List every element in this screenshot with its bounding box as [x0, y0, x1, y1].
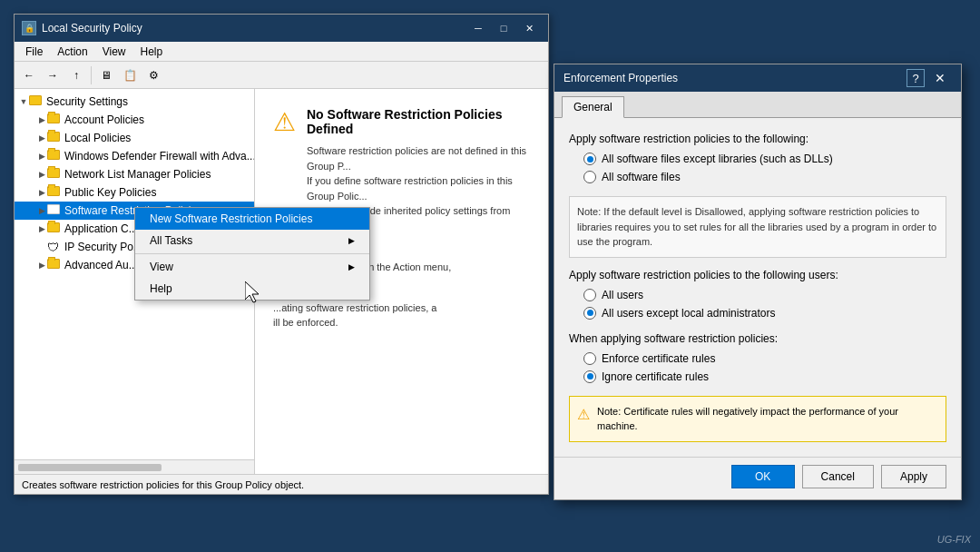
- radio-label-3: All users: [602, 289, 643, 301]
- ctx-new-restriction[interactable]: New Software Restriction Policies: [135, 208, 369, 230]
- ctx-label-tasks: All Tasks: [150, 234, 192, 247]
- apply-button[interactable]: Apply: [881, 465, 946, 488]
- tree-label-account-policies: Account Policies: [64, 113, 144, 126]
- warning-text-3: ...ating software restriction policies, …: [273, 301, 530, 330]
- radio-enforce-certs[interactable]: Enforce certificate rules: [569, 352, 946, 365]
- close-button[interactable]: ✕: [517, 19, 541, 37]
- folder-icon: [47, 113, 62, 126]
- radio-ignore-certs[interactable]: Ignore certificate rules: [569, 370, 946, 383]
- show-hide-button[interactable]: 🖥: [95, 64, 117, 86]
- expand-icon: ▼: [18, 96, 29, 107]
- ctx-view[interactable]: View ▶: [135, 256, 369, 278]
- dialog-close-button[interactable]: ✕: [928, 69, 952, 87]
- note-box-1: Note: If the default level is Disallowed…: [569, 196, 946, 258]
- back-button[interactable]: ←: [18, 64, 40, 86]
- radio-all-users[interactable]: All users: [569, 289, 946, 301]
- submenu-arrow: ▶: [348, 236, 355, 245]
- expand-icon: ▶: [36, 151, 47, 162]
- radio-circle-1: [583, 153, 596, 165]
- warning-note-icon: ⚠: [577, 404, 590, 426]
- radio-label-4: All users except local administrators: [602, 307, 775, 320]
- section-users-label: Apply software restriction policies to t…: [569, 269, 946, 281]
- tree-scrollbar[interactable]: [15, 459, 254, 474]
- ctx-all-tasks[interactable]: All Tasks ▶: [135, 230, 369, 251]
- shield-icon: 🛡: [47, 241, 62, 253]
- dialog-footer: OK Cancel Apply: [554, 457, 961, 499]
- ctx-separator: [135, 253, 369, 254]
- cancel-button[interactable]: Cancel: [802, 465, 874, 488]
- app-icon: 🔒: [22, 21, 36, 35]
- tree-item-security-settings[interactable]: ▼ Security Settings: [15, 93, 254, 111]
- tab-general[interactable]: General: [562, 96, 624, 118]
- settings-button[interactable]: ⚙: [142, 64, 164, 86]
- section-users: Apply software restriction policies to t…: [569, 269, 946, 320]
- section-files-label: Apply software restriction policies to t…: [569, 133, 946, 145]
- properties-button[interactable]: 📋: [119, 64, 141, 86]
- dialog-help-button[interactable]: ?: [906, 69, 925, 87]
- ctx-label-help: Help: [150, 282, 172, 295]
- radio-circle-2: [583, 171, 596, 183]
- expand-icon: ▶: [36, 169, 47, 180]
- menu-bar: File Action View Help: [15, 42, 548, 62]
- expand-icon: ▶: [36, 187, 47, 198]
- tree-item-local-policies[interactable]: ▶ Local Policies: [15, 129, 254, 147]
- dialog-tabs: General: [554, 92, 961, 118]
- tree-item-account-policies[interactable]: ▶ Account Policies: [15, 111, 254, 129]
- cert-warning-note: ⚠ Note: Certificate rules will negativel…: [569, 396, 946, 442]
- tree-label-network-list: Network List Manager Policies: [64, 168, 211, 181]
- expand-icon: ▶: [36, 260, 47, 271]
- radio-circle-4: [583, 307, 596, 320]
- status-text: Creates software restriction policies fo…: [22, 479, 304, 490]
- toolbar: ← → ↑ 🖥 📋 ⚙: [15, 62, 548, 89]
- ctx-help[interactable]: Help: [135, 278, 369, 300]
- section-certs-label: When applying software restriction polic…: [569, 332, 946, 345]
- radio-label-5: Enforce certificate rules: [602, 352, 715, 365]
- note-text-1: Note: If the default level is Disallowed…: [577, 206, 936, 247]
- maximize-button[interactable]: □: [492, 19, 515, 37]
- window-controls: ─ □ ✕: [466, 19, 541, 37]
- minimize-button[interactable]: ─: [466, 19, 490, 37]
- dialog-body: Apply software restriction policies to t…: [554, 118, 961, 457]
- up-button[interactable]: ↑: [65, 64, 87, 86]
- folder-icon: [47, 132, 62, 144]
- folder-icon: [47, 259, 62, 271]
- expand-icon: ▶: [36, 223, 47, 234]
- tree-label-ip-security: IP Security Po...: [64, 241, 142, 253]
- tree-label-local-policies: Local Policies: [64, 132, 131, 144]
- watermark: UG-FIX: [937, 534, 971, 545]
- tree-label-security-settings: Security Settings: [46, 95, 128, 108]
- expand-icon: ▶: [36, 114, 47, 125]
- radio-circle-6: [583, 370, 596, 383]
- tree-item-network-list[interactable]: ▶ Network List Manager Policies: [15, 165, 254, 183]
- tree-label-public-key: Public Key Policies: [64, 186, 156, 199]
- section-certs: When applying software restriction polic…: [569, 332, 946, 383]
- radio-all-except-dlls[interactable]: All software files except libraries (suc…: [569, 153, 946, 165]
- tree-item-public-key[interactable]: ▶ Public Key Policies: [15, 183, 254, 202]
- menu-help[interactable]: Help: [133, 44, 171, 60]
- ctx-label-new: New Software Restriction Policies: [150, 212, 312, 225]
- dialog-title-bar: Enforcement Properties ? ✕: [554, 64, 961, 92]
- tree-item-windows-defender[interactable]: ▶ Windows Defender Firewall with Adva...: [15, 147, 254, 165]
- radio-all-except-admins[interactable]: All users except local administrators: [569, 307, 946, 320]
- radio-all-files[interactable]: All software files: [569, 171, 946, 183]
- folder-icon: [47, 168, 62, 181]
- ok-button[interactable]: OK: [731, 465, 795, 488]
- radio-circle-5: [583, 352, 596, 365]
- expand-icon: ▶: [36, 205, 47, 216]
- menu-file[interactable]: File: [18, 44, 50, 60]
- warning-title: No Software Restriction Policies Defined: [307, 107, 530, 136]
- tree-label-application-control: Application C...: [64, 222, 138, 235]
- folder-icon: [47, 204, 62, 217]
- cert-warning-text: Note: Certificate rules will negatively …: [597, 404, 938, 434]
- menu-view[interactable]: View: [95, 44, 133, 60]
- radio-label-2: All software files: [602, 171, 681, 183]
- title-bar: 🔒 Local Security Policy ─ □ ✕: [15, 15, 548, 42]
- menu-action[interactable]: Action: [50, 44, 94, 60]
- toolbar-separator: [91, 66, 92, 84]
- tree-label-advanced-audit: Advanced Au...: [64, 259, 138, 271]
- window-title: Local Security Policy: [42, 22, 461, 34]
- folder-icon: [47, 150, 62, 163]
- forward-button[interactable]: →: [42, 64, 64, 86]
- submenu-arrow-view: ▶: [348, 262, 355, 271]
- radio-label-6: Ignore certificate rules: [602, 370, 709, 383]
